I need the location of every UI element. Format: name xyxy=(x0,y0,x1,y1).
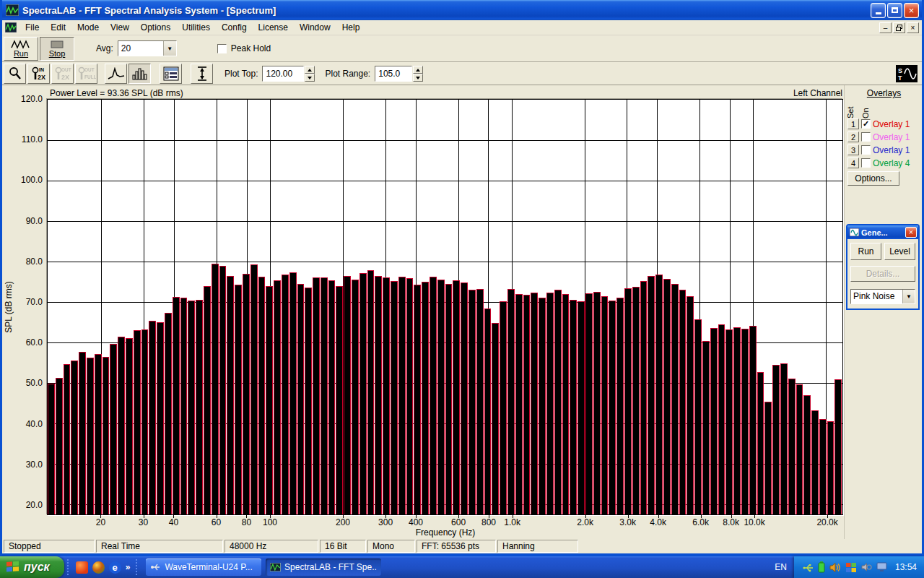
quicklaunch-overflow-chevron[interactable]: » xyxy=(126,562,131,572)
stop-button-label: Stop xyxy=(49,49,66,58)
spectrum-chart: Power Level = 93.36 SPL (dB rms) Left Ch… xyxy=(2,85,844,539)
display-settings-icon[interactable] xyxy=(876,562,888,572)
display-options-button[interactable] xyxy=(160,64,182,84)
peak-hold-checkbox[interactable] xyxy=(217,44,227,53)
avg-combobox[interactable]: 20 ▼ xyxy=(118,40,177,56)
line-spectrum-button[interactable] xyxy=(105,64,127,84)
quicklaunch-red-app-icon[interactable] xyxy=(76,561,88,574)
taskbar-clock[interactable]: 13:54 xyxy=(895,562,917,572)
svg-text:2X: 2X xyxy=(61,74,69,81)
stop-button[interactable]: Stop xyxy=(40,37,74,61)
spectrum-bar xyxy=(679,290,687,514)
taskbar-task-waveterminal[interactable]: WaveTerminal-U24 P... xyxy=(146,558,261,576)
chevron-down-icon[interactable]: ▼ xyxy=(163,41,176,56)
status-bar: Stopped Real Time 48000 Hz 16 Bit Mono F… xyxy=(2,539,922,553)
spectrum-bar xyxy=(180,298,188,514)
mdi-close-button[interactable]: × xyxy=(907,22,919,33)
quicklaunch-media-player-icon[interactable] xyxy=(92,561,105,574)
spectrum-bar xyxy=(445,284,453,514)
options-list-icon xyxy=(163,66,179,81)
spectrum-bar xyxy=(243,274,250,514)
overlay-1-checkbox[interactable]: ✓ xyxy=(861,119,871,129)
spectrum-bar xyxy=(103,357,110,514)
run-button[interactable]: Run xyxy=(4,37,38,61)
menu-edit[interactable]: Edit xyxy=(45,21,71,34)
minimize-button[interactable] xyxy=(871,3,886,18)
status-run-state: Stopped xyxy=(4,540,95,553)
menu-config[interactable]: Config xyxy=(216,21,253,34)
chevron-down-icon[interactable]: ▼ xyxy=(902,290,915,303)
menu-view[interactable]: View xyxy=(105,21,135,34)
generator-level-button[interactable]: Level xyxy=(884,243,915,260)
svg-text:OUT: OUT xyxy=(84,67,95,72)
zoom-cursor-button[interactable] xyxy=(4,64,26,84)
spectrum-bar xyxy=(422,282,429,514)
quicklaunch-internet-explorer-icon[interactable]: e xyxy=(109,561,121,574)
maximize-button[interactable] xyxy=(887,3,902,18)
menu-help[interactable]: Help xyxy=(336,21,366,34)
x-axis: 20304060801002003004006008001.0k2.0k3.0k… xyxy=(47,515,844,527)
overlay-3-checkbox[interactable] xyxy=(861,145,871,155)
transport-toolbar: Run Stop Avg: 20 ▼ Peak Hold xyxy=(2,35,922,62)
zoom-in-2x-button[interactable]: IN 2X xyxy=(27,64,50,84)
start-button[interactable]: пуск xyxy=(0,556,64,578)
spectrum-bar xyxy=(585,293,593,514)
overlay-4-checkbox[interactable] xyxy=(861,158,871,168)
spectrum-bar xyxy=(321,277,328,514)
overlay-4-set-button[interactable]: 4 xyxy=(847,158,859,168)
plot-canvas[interactable] xyxy=(47,99,843,515)
spectrum-bar xyxy=(507,289,515,514)
overlay-2-checkbox[interactable] xyxy=(861,132,871,142)
plot-range-input[interactable] xyxy=(375,66,412,82)
usb-device-icon[interactable] xyxy=(803,562,814,573)
spectrum-bar xyxy=(79,352,86,514)
spectrum-bar xyxy=(492,323,499,514)
generator-toggle-button[interactable]: S T xyxy=(896,65,918,82)
x-axis-title: Frequency (Hz) xyxy=(47,527,844,539)
overlays-options-button[interactable]: Options... xyxy=(847,171,899,186)
menu-mode[interactable]: Mode xyxy=(71,21,105,34)
spectrum-bar xyxy=(305,288,312,514)
spectrum-bar xyxy=(718,324,725,514)
taskbar-task-spectralab[interactable]: SpectraLAB - FFT Spe... xyxy=(266,558,381,576)
overlay-3-set-button[interactable]: 3 xyxy=(847,144,859,155)
overlays-on-column-label: On xyxy=(861,108,870,118)
bar-spectrum-icon xyxy=(132,67,148,80)
generator-run-button[interactable]: Run xyxy=(850,243,881,260)
bar-spectrum-button[interactable] xyxy=(128,64,151,84)
menu-license[interactable]: License xyxy=(253,21,294,34)
menu-utilities[interactable]: Utilities xyxy=(176,21,216,34)
plot-top-spinner[interactable] xyxy=(305,66,315,82)
x-tick-label: 800 xyxy=(481,517,496,527)
start-button-label: пуск xyxy=(24,561,50,574)
waveform-icon xyxy=(11,40,31,49)
spectrum-bar xyxy=(616,298,624,514)
plot-top-input[interactable] xyxy=(262,66,304,82)
menu-window[interactable]: Window xyxy=(294,21,336,34)
spectrum-bar xyxy=(803,395,811,514)
generator-signal-combobox[interactable]: Pink Noise ▼ xyxy=(850,289,915,304)
spectrum-bar xyxy=(375,276,382,514)
overlay-4-label: Overlay 4 xyxy=(873,158,910,168)
spectrum-bar xyxy=(48,384,55,514)
overlays-title: Overlays xyxy=(847,88,920,98)
y-tick-label: 120.0 xyxy=(21,94,43,104)
spectrum-bar xyxy=(219,266,227,514)
language-indicator[interactable]: EN xyxy=(775,562,787,572)
menu-file[interactable]: File xyxy=(19,21,45,34)
overlay-2-set-button[interactable]: 2 xyxy=(847,131,859,142)
close-button[interactable]: × xyxy=(904,3,919,18)
muted-volume-icon[interactable] xyxy=(861,562,872,572)
battery-status-icon[interactable] xyxy=(818,561,825,573)
vertical-scale-button[interactable] xyxy=(191,64,213,84)
windows-update-icon[interactable] xyxy=(845,562,857,573)
menu-options[interactable]: Options xyxy=(135,21,176,34)
generator-close-button[interactable]: × xyxy=(905,227,917,238)
mdi-minimize-button[interactable]: – xyxy=(879,22,892,33)
mdi-restore-button[interactable] xyxy=(893,22,905,33)
overlay-1-set-button[interactable]: 1 xyxy=(847,118,859,129)
speaker-volume-icon[interactable] xyxy=(829,562,841,573)
x-tick-label: 200 xyxy=(336,517,350,527)
plot-range-spinner[interactable] xyxy=(413,66,423,82)
spectrum-bar xyxy=(157,322,164,514)
